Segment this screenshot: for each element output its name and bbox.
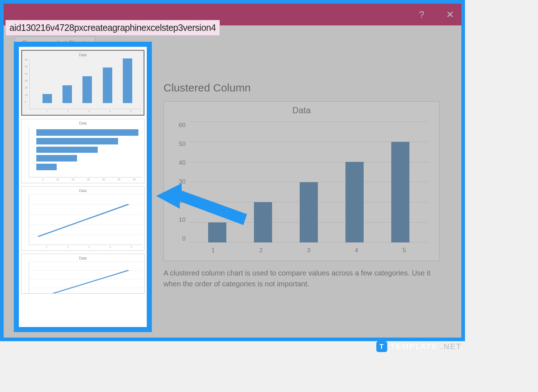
help-icon[interactable]: ?: [419, 9, 424, 20]
filename-overlay: aid130216v4728pxcreateagraphinexcelstep3…: [5, 20, 220, 36]
bar-2: [254, 202, 272, 242]
thumb-line[interactable]: Data 1 2 3 4 5: [21, 186, 145, 251]
thumb-xaxis: 1 2 3 4 5: [37, 110, 141, 113]
preview-bars: [189, 122, 428, 242]
ytick: 0: [175, 235, 186, 242]
thumb-title: Data: [24, 121, 142, 125]
ytick: 50: [175, 140, 186, 148]
bar-1: [208, 222, 226, 242]
watermark-text: TEMPLATE: [390, 342, 438, 351]
ytick: 30: [175, 178, 186, 185]
thumb-clustered-column[interactable]: Data 60 50 40 30 20 10 0 1 2: [21, 50, 145, 116]
bar-3: [300, 182, 318, 243]
ytick: 10: [175, 216, 186, 224]
preview-x-axis: 1 2 3 4 5: [189, 247, 428, 254]
thumb-line-chart-2: [29, 262, 142, 294]
preview-y-axis: 0 10 20 30 40 50 60: [175, 122, 186, 242]
preview-heading: Clustered Column: [163, 82, 447, 94]
preview-description: A clustered column chart is used to comp…: [163, 268, 440, 289]
xtick: 4: [355, 247, 358, 254]
thumb-yaxis: 60 50 40 30 20 10 0: [25, 58, 28, 103]
preview-plot-area: [189, 122, 428, 242]
thumb-title: Data: [24, 256, 142, 260]
template-logo-icon: T: [376, 341, 387, 352]
thumb-title: Data: [24, 189, 142, 193]
chart-preview-pane: Clustered Column Data 0 10 20 30 40 50 6…: [163, 82, 447, 289]
ytick: 60: [175, 122, 186, 129]
bar-5: [391, 142, 409, 242]
xtick: 5: [403, 247, 406, 254]
thumb-clustered-bar[interactable]: Data 0 10 20 30 40 50 60: [21, 119, 145, 183]
thumb-bar-xaxis: 0 10 20 30 40 50 60: [36, 178, 142, 181]
xtick: 1: [211, 247, 215, 254]
watermark-suffix: .NET: [441, 342, 462, 351]
preview-chart[interactable]: Data 0 10 20 30 40 50 60: [163, 101, 440, 261]
thumb-line-2[interactable]: Data: [21, 254, 145, 294]
thumb-title: Data: [24, 53, 141, 57]
thumb-line-xaxis: 1 2 3 4 5: [36, 246, 142, 248]
ytick: 20: [175, 197, 186, 205]
thumb-line-chart: [29, 194, 142, 245]
screenshot-frame: ? ✕ Recommended Charts Clustered Column …: [0, 0, 465, 341]
ytick: 40: [175, 159, 186, 167]
template-net-watermark: T TEMPLATE.NET: [376, 341, 462, 352]
preview-chart-title: Data: [167, 105, 436, 115]
bar-4: [345, 162, 364, 242]
thumb-column-chart: 60 50 40 30 20 10 0: [29, 58, 141, 109]
xtick: 3: [307, 247, 310, 254]
close-icon[interactable]: ✕: [446, 9, 454, 20]
xtick: 2: [259, 247, 263, 254]
thumb-bar-chart: [29, 127, 142, 177]
recommended-charts-thumbnails: Data 60 50 40 30 20 10 0 1 2: [14, 42, 152, 332]
